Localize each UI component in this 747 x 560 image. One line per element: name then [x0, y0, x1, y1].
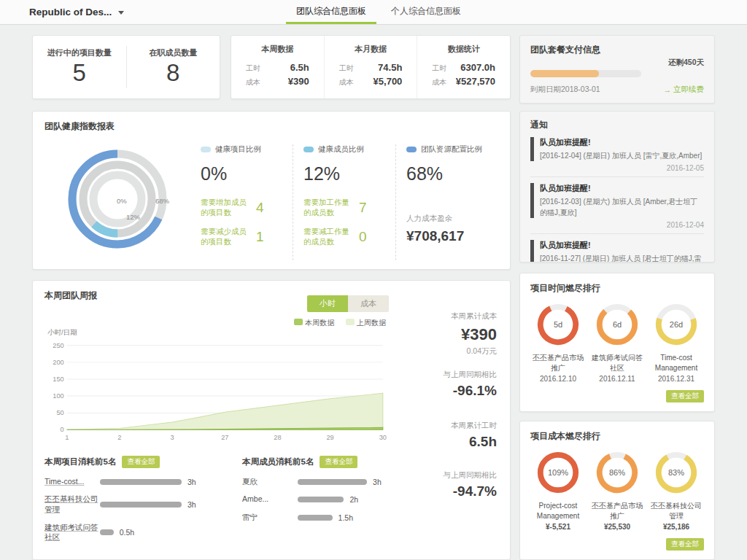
time-burndown-item[interactable]: 5d 丕丕基产品市场推广 2016.12.10	[530, 302, 586, 383]
legend-chip-blue	[303, 147, 314, 152]
svg-text:28: 28	[274, 434, 281, 441]
svg-text:30: 30	[379, 434, 387, 441]
notice-title: 队员加班提醒!	[540, 240, 704, 251]
resource-allocation-metric: 团队资源配置比例 68% 人力成本盈余 ¥708,617	[395, 144, 498, 260]
view-all-projects-button[interactable]: 查看全部	[122, 456, 160, 468]
weekly-main: 本周团队周报 小时 成本 本周数据 上周数据 小时/日期 05010015020…	[44, 289, 389, 551]
cost-burndown-footer: 查看全部	[530, 538, 704, 551]
week-hours-total-value: 6.5h	[389, 434, 497, 450]
resource-allocation-value: 68%	[406, 163, 488, 184]
workspace-selector[interactable]: Republic of Des...	[0, 0, 136, 24]
cost-burndown-item[interactable]: 86% 丕丕基产品市场推广 ¥25,530	[589, 450, 645, 531]
cost-burndown-item[interactable]: 83% 丕丕基科技公司管理 ¥25,186	[649, 450, 704, 531]
increase-workload-row: 需要加工作量的成员数 7	[303, 198, 385, 217]
cost-gauge: 109%	[535, 450, 581, 495]
plan-progress-track	[530, 70, 641, 77]
legend-chip-this-week	[294, 319, 303, 325]
svg-text:100: 100	[53, 392, 63, 400]
week-data-title: 本周数据	[246, 44, 309, 55]
consumption-bar	[298, 515, 333, 521]
consumption-value: 1.5h	[338, 513, 353, 522]
week-cost-row: 成本 ¥390	[246, 76, 309, 88]
toggle-cost-button[interactable]: 成本	[348, 295, 389, 312]
overview-counts-card: 进行中的项目数量 5 在职成员数量 8	[32, 35, 220, 99]
tab-personal-dashboard[interactable]: 个人综合信息面板	[381, 0, 471, 24]
hours-compare-label: 与上周同期相比	[389, 470, 497, 481]
view-all-members-button[interactable]: 查看全部	[320, 456, 357, 468]
total-hours-value: 6307.0h	[460, 62, 495, 73]
member-row: 雷宁 1.5h	[242, 513, 389, 523]
legend-last-week-label: 上周数据	[357, 319, 386, 327]
y-axis-label: 小时/日期	[47, 328, 389, 338]
cost-label: 成本	[246, 77, 260, 88]
plan-progress-fill	[530, 70, 599, 77]
time-burndown-card: 项目时间燃尽排行 5d 丕丕基产品市场推广 2016.12.10	[519, 273, 715, 412]
hours-label: 工时	[339, 63, 354, 74]
total-hours-row: 工时 6307.0h	[432, 62, 495, 74]
deadline-date: 2016.12.31	[658, 375, 694, 383]
svg-text:3: 3	[171, 434, 174, 441]
healthy-members-legend: 健康成员比例	[303, 144, 385, 155]
gauge-value: 26d	[654, 320, 699, 329]
notice-body: [2016-11-27] (星期日) 加班人员 [君士坦丁的猫J,雷宁]	[540, 253, 704, 262]
health-card-title: 团队健康指数报表	[44, 120, 498, 133]
tab-team-dashboard[interactable]: 团队综合信息面板	[286, 0, 376, 24]
view-all-time-burndown-button[interactable]: 查看全部	[666, 390, 704, 402]
deadline-date: 2016.12.10	[540, 375, 576, 383]
notice-accent-bar	[530, 183, 534, 218]
healthy-members-legend-label: 健康成员比例	[318, 144, 364, 155]
notice-accent-bar	[530, 240, 534, 262]
time-burndown-item[interactable]: 26d Time-cost Management 2016.12.31	[649, 302, 704, 383]
consumption-bar	[100, 479, 182, 485]
health-card-body: 0% 12% 68% 健康项目比例 0% 需要增加成员的项目数	[44, 137, 498, 260]
cost-burndown-row: 109% Project-cost Management ¥-5,521 86%	[530, 450, 704, 531]
view-all-cost-burndown-button[interactable]: 查看全部	[666, 538, 704, 551]
chart-legend: 本周数据 上周数据	[44, 318, 386, 328]
total-cost-row: 成本 ¥527,570	[432, 76, 495, 88]
ongoing-projects-value: 5	[73, 59, 86, 87]
labor-cost-surplus-value: ¥708,617	[406, 228, 488, 244]
reduce-members-projects-label: 需要减少成员的项目数	[201, 227, 249, 246]
notice-item[interactable]: 队员加班提醒! [2016-12-03] (星期六) 加班人员 [Amber,君…	[530, 177, 704, 234]
cost-label: 成本	[432, 77, 446, 88]
notice-text: 队员加班提醒! [2016-12-03] (星期六) 加班人员 [Amber,君…	[540, 183, 704, 218]
plan-payment-card: 团队套餐支付信息 还剩450天 到期日期2018-03-01 → 立即续费	[519, 35, 715, 104]
legend-chip-light-blue	[201, 147, 211, 152]
member-list-title: 本周成员消耗前5名	[242, 456, 314, 467]
week-cost-total-label: 本周累计成本	[389, 311, 497, 322]
consumption-value: 3h	[187, 500, 196, 509]
month-cost-value: ¥5,700	[374, 76, 403, 87]
renew-now-link[interactable]: → 立即续费	[664, 85, 705, 95]
member-name: Ambe...	[242, 494, 298, 505]
project-name-link[interactable]: Time-cost...	[44, 477, 100, 487]
right-column: 团队套餐支付信息 还剩450天 到期日期2018-03-01 → 立即续费 通知	[519, 35, 715, 560]
project-name-link[interactable]: 丕丕基科技公司管理	[44, 494, 100, 514]
time-gauge: 26d	[654, 302, 699, 347]
month-cost-row: 成本 ¥5,700	[339, 76, 403, 88]
health-metrics: 健康项目比例 0% 需要增加成员的项目数 4 需要减少成员的项目数 1	[190, 137, 498, 260]
notice-item[interactable]: 队员加班提醒! [2016-11-27] (星期日) 加班人员 [君士坦丁的猫J…	[530, 234, 704, 262]
consumption-value: 2h	[349, 495, 358, 504]
top-bar: Republic of Des... 团队综合信息面板 个人综合信息面板	[0, 0, 747, 25]
member-row: 夏欣 3h	[242, 477, 389, 487]
notice-title: 队员加班提醒!	[540, 137, 702, 148]
toggle-hours-button[interactable]: 小时	[307, 295, 348, 312]
cost-burndown-item[interactable]: 109% Project-cost Management ¥-5,521	[530, 450, 586, 531]
ring-label-middle: 12%	[126, 213, 140, 221]
notice-item[interactable]: 队员加班提醒! [2016-12-04] (星期日) 加班人员 [雷宁,夏欣,A…	[530, 131, 704, 177]
notice-title: 队员加班提醒!	[540, 183, 704, 194]
expiry-date: 到期日期2018-03-01	[530, 85, 600, 95]
reduce-members-projects-count: 1	[256, 229, 264, 245]
month-data-title: 本月数据	[339, 44, 403, 55]
notice-body: [2016-12-04] (星期日) 加班人员 [雷宁,夏欣,Amber]	[540, 150, 702, 161]
consumption-bar	[298, 479, 367, 485]
ongoing-projects-label: 进行中的项目数量	[47, 47, 112, 58]
project-name-link[interactable]: 建筑师考试问答社区	[44, 523, 100, 542]
week-data-column: 本周数据 工时 6.5h 成本 ¥390	[231, 36, 324, 98]
healthy-projects-legend: 健康项目比例	[201, 144, 282, 155]
weekly-top-lists: 本周项目消耗前5名 查看全部 Time-cost... 3h 丕丕基科技公司管理	[44, 456, 389, 551]
total-data-column: 数据统计 工时 6307.0h 成本 ¥527,570	[417, 36, 510, 98]
week-cost-value: ¥390	[288, 76, 309, 87]
time-burndown-item[interactable]: 6d 建筑师考试问答社区 2016.12.11	[589, 302, 645, 383]
cost-amount: ¥25,186	[663, 523, 689, 531]
